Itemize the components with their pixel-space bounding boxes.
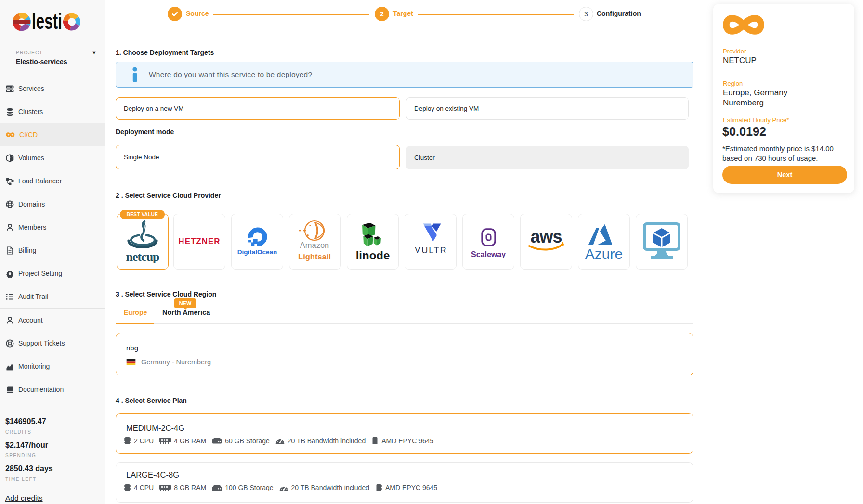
svg-text:Lightsail: Lightsail bbox=[298, 252, 331, 261]
svg-text:lesti: lesti bbox=[32, 9, 62, 31]
svg-text:VULTR: VULTR bbox=[415, 246, 447, 255]
svg-text:DigitalOcean: DigitalOcean bbox=[237, 248, 277, 256]
svg-text:Scaleway: Scaleway bbox=[471, 250, 506, 258]
svg-text:Azure: Azure bbox=[585, 246, 623, 262]
svg-text:aws: aws bbox=[530, 227, 562, 246]
svg-text:linode: linode bbox=[356, 249, 390, 262]
svg-text:Amazon: Amazon bbox=[300, 241, 329, 249]
svg-text:netcup: netcup bbox=[126, 250, 159, 264]
